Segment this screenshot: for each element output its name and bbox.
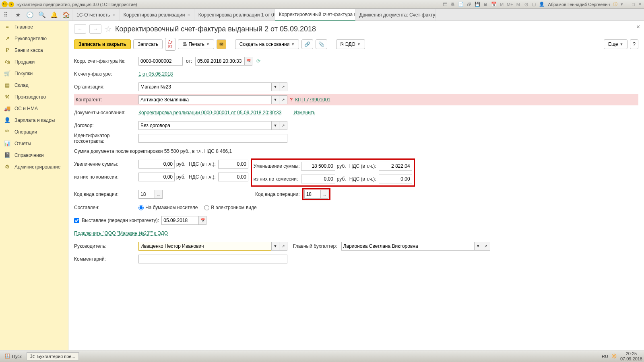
m-plus-icon[interactable]: М+	[506, 2, 514, 7]
toolbar-icon[interactable]: 🗔	[442, 2, 448, 7]
history-icon[interactable]: 🕘	[24, 9, 36, 21]
info-icon[interactable]: ⓘ	[612, 1, 618, 7]
connect-edo-link[interactable]: Подключить "ООО "Магазин №23"" к ЭДО	[74, 230, 168, 236]
user-name[interactable]: Абрамов Геннадий Сергеевич	[547, 2, 611, 7]
sidebar-item[interactable]: 👤Зарплата и кадры	[0, 114, 68, 126]
mail-button[interactable]: ✉	[217, 39, 226, 49]
dropdown-icon[interactable]: ▼	[271, 242, 279, 251]
sidebar-item[interactable]: ⚒Производство	[0, 91, 68, 103]
m-minus-icon[interactable]: М-	[516, 2, 522, 7]
calendar-icon[interactable]: 📅	[198, 216, 206, 225]
dec-nds-input[interactable]	[379, 162, 412, 171]
kpp-link[interactable]: КПП 779901001	[295, 97, 330, 103]
help-button[interactable]: ?	[630, 39, 638, 49]
search-icon[interactable]: 🔍	[36, 9, 48, 21]
sidebar-item[interactable]: ↗Руководителю	[0, 33, 68, 44]
dt-kt-button[interactable]: ДтКт	[165, 38, 175, 51]
print-button[interactable]: 🖶 Печать ▼	[178, 39, 214, 49]
select-icon[interactable]: …	[155, 190, 163, 199]
accountant-input[interactable]	[341, 242, 474, 251]
tab-active[interactable]: Корректировочный счет-фактура выданный 2…	[275, 9, 355, 21]
maximize-icon[interactable]: □	[631, 2, 636, 7]
sidebar-item[interactable]: 🛒Покупки	[0, 68, 68, 79]
star-icon[interactable]: ☆	[105, 24, 112, 34]
radio-electronic[interactable]: В электронном виде	[204, 205, 256, 210]
minimize-icon[interactable]: –	[625, 2, 630, 7]
sidebar-item[interactable]: 🛍Продажи	[0, 56, 68, 68]
docs-base-link[interactable]: Корректировка реализации 0000-000001 от …	[138, 110, 281, 115]
select-icon[interactable]: …	[320, 190, 328, 199]
bell-icon[interactable]: 🔔	[48, 9, 60, 21]
contragent-input[interactable]	[138, 95, 271, 104]
lang-indicator[interactable]: RU	[602, 354, 608, 359]
inc-com-sum-input[interactable]	[138, 173, 175, 181]
number-input[interactable]	[138, 57, 183, 66]
dec-com-nds-input[interactable]	[379, 175, 412, 183]
related-button[interactable]: 🔗	[301, 39, 313, 49]
dropdown-icon[interactable]: ▼	[271, 121, 279, 130]
open-icon[interactable]: ↗	[482, 242, 490, 251]
dec-com-sum-input[interactable]	[301, 175, 335, 183]
apps-icon[interactable]: ⠿	[0, 9, 12, 21]
edo-button[interactable]: ⎘ ЭДО ▼	[336, 39, 365, 49]
issued-date-input[interactable]	[161, 216, 198, 225]
tab[interactable]: Корректировка реализации×	[120, 9, 194, 21]
frame-icon[interactable]: ▢	[531, 2, 537, 7]
open-icon[interactable]: ↗	[279, 242, 287, 251]
m-icon[interactable]: М	[499, 2, 504, 7]
checkbox-issued[interactable]: Выставлен (передан контрагенту):	[74, 218, 159, 223]
close-tab-icon[interactable]: ×	[187, 12, 190, 17]
radio-paper[interactable]: На бумажном носителе	[138, 205, 198, 210]
tab[interactable]: Корректировка реализации 1 от 05.09.2018…	[194, 9, 275, 21]
open-icon[interactable]: ↗	[279, 121, 287, 130]
dogovor-input[interactable]	[138, 121, 271, 130]
app-menu-dropdown-icon[interactable]: ▾	[8, 2, 14, 7]
taskbar-task[interactable]: 1cБухгалтерия пре...	[27, 352, 79, 360]
clock-icon[interactable]: ◷	[524, 2, 529, 7]
close-icon[interactable]: ✕	[637, 2, 642, 7]
home-icon[interactable]: 🏠	[60, 9, 72, 21]
dropdown-icon[interactable]: ▼	[474, 242, 482, 251]
manager-input[interactable]	[138, 242, 271, 251]
change-link[interactable]: Изменить	[293, 110, 315, 115]
tab[interactable]: Движения документа: Счет-фактура выданны…	[355, 9, 436, 21]
more-button[interactable]: Еще ▼	[604, 39, 627, 49]
inc-sum-input[interactable]	[138, 160, 175, 169]
close-document-icon[interactable]: ×	[636, 23, 640, 31]
calc-icon[interactable]: 🖩	[483, 2, 489, 7]
compare-icon[interactable]: 🗗	[466, 2, 472, 7]
open-icon[interactable]: ↗	[279, 95, 287, 104]
start-button[interactable]: 🪟 Пуск	[2, 353, 25, 360]
date-input[interactable]	[195, 57, 244, 66]
gosid-input[interactable]	[138, 134, 287, 143]
inc-nds-input[interactable]	[218, 160, 248, 169]
sidebar-item[interactable]: ▦Склад	[0, 79, 68, 91]
to-invoice-link[interactable]: 1 от 05.06.2018	[138, 71, 173, 77]
op-code2-input[interactable]	[304, 190, 320, 199]
close-tab-icon[interactable]: ×	[112, 12, 115, 17]
favorite-icon[interactable]: ★	[12, 9, 24, 21]
tray-icon[interactable]: 🔆	[611, 354, 617, 359]
create-based-button[interactable]: Создать на основании ▼	[235, 39, 299, 49]
tab[interactable]: 1С-Отчетность×	[72, 9, 120, 21]
calendar-icon[interactable]: 📅	[490, 2, 497, 7]
comment-input[interactable]	[138, 255, 287, 263]
refresh-icon[interactable]: ⟳	[256, 58, 260, 64]
op-code1-input[interactable]	[138, 190, 155, 199]
save-button[interactable]: Записать	[133, 39, 163, 49]
calendar-icon[interactable]: 📅	[244, 57, 252, 66]
org-input[interactable]	[138, 82, 271, 91]
print-icon[interactable]: 🖶	[450, 2, 456, 7]
save-close-button[interactable]: Записать и закрыть	[74, 39, 131, 49]
sidebar-item[interactable]: ≡Главное	[0, 21, 68, 33]
sidebar-item[interactable]: 🚚ОС и НМА	[0, 103, 68, 114]
dropdown-icon[interactable]: ▾	[620, 2, 624, 7]
dropdown-icon[interactable]: ▼	[271, 95, 279, 104]
save-icon[interactable]: 💾	[474, 2, 481, 7]
warning-icon[interactable]: ?	[290, 97, 293, 103]
inc-com-nds-input[interactable]	[218, 173, 248, 181]
doc-icon[interactable]: 📄	[457, 2, 464, 7]
nav-forward-button[interactable]: →	[89, 24, 101, 34]
dec-sum-input[interactable]	[301, 162, 335, 171]
sidebar-item[interactable]: 📊Отчеты	[0, 138, 68, 149]
